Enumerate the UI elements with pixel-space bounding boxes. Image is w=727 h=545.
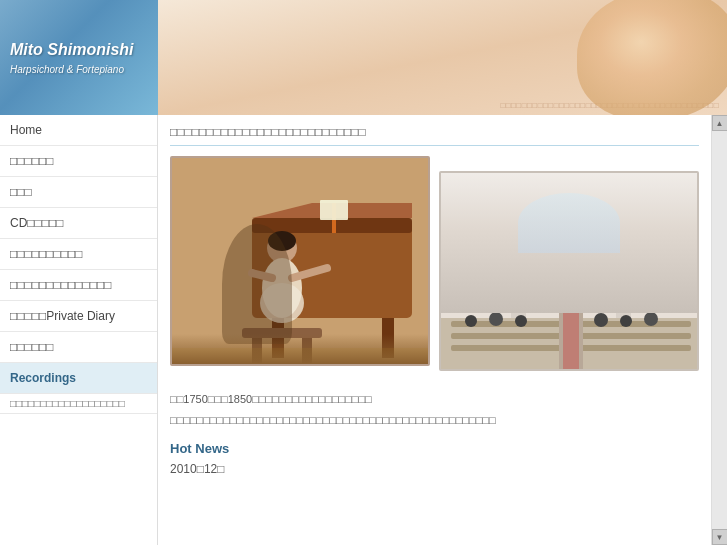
header-banner: □□□□□□□□□□□□□□□□□□□□□□□□□□□□□□□□□□□□□□□□… (158, 0, 727, 115)
svg-rect-28 (551, 228, 591, 233)
svg-point-41 (489, 312, 503, 326)
sidebar-item-recordings[interactable]: Recordings (0, 363, 157, 394)
site-subtitle: Harpsichord & Fortepiano (10, 64, 148, 75)
svg-rect-3 (272, 318, 284, 358)
svg-point-49 (494, 263, 508, 283)
svg-rect-23 (553, 218, 589, 248)
description-line-2: □□□□□□□□□□□□□□□□□□□□□□□□□□□□□□□□□□□□□□□□… (170, 412, 699, 430)
svg-rect-4 (382, 318, 394, 358)
svg-point-45 (644, 312, 658, 326)
content-description: □□1750□□□1850□□□□□□□□□□□□□□□□□□ □□□□□□□□… (170, 391, 699, 429)
svg-point-9 (268, 231, 296, 251)
sidebar-item-nav3[interactable]: CD□□□□□ (0, 208, 157, 239)
header: Mito Shimonishi Harpsichord & Fortepiano… (0, 0, 727, 115)
svg-point-11 (260, 283, 304, 323)
svg-point-40 (465, 315, 477, 327)
svg-rect-16 (302, 338, 312, 363)
svg-rect-38 (451, 345, 561, 351)
svg-point-20 (471, 193, 511, 253)
sidebar-item-nav2[interactable]: □□□ (0, 177, 157, 208)
sidebar-item-nav7[interactable]: □□□□□□ (0, 332, 157, 363)
svg-rect-15 (252, 338, 262, 363)
svg-rect-21 (471, 223, 511, 258)
piano-image (170, 156, 430, 366)
sidebar-item-nav6[interactable]: □□□□□Private Diary (0, 301, 157, 332)
sidebar-item-nav1[interactable]: □□□□□□ (0, 146, 157, 177)
scroll-down-button[interactable]: ▼ (712, 529, 728, 545)
svg-rect-48 (496, 273, 506, 308)
svg-point-24 (631, 193, 671, 253)
svg-rect-29 (561, 218, 581, 233)
sidebar-item-nav5[interactable]: □□□□□□□□□□□□□□ (0, 270, 157, 301)
svg-rect-7 (320, 200, 348, 220)
content-title: □□□□□□□□□□□□□□□□□□□□□□□□□□□ (170, 125, 699, 146)
hot-news-heading: Hot News (170, 441, 699, 456)
content-area: □□□□□□□□□□□□□□□□□□□□□□□□□□□ (158, 115, 711, 545)
svg-point-30 (556, 210, 586, 226)
svg-line-13 (252, 273, 272, 278)
svg-point-42 (515, 315, 527, 327)
svg-rect-50 (636, 273, 646, 308)
svg-point-22 (553, 190, 589, 246)
description-line-1: □□1750□□□1850□□□□□□□□□□□□□□□□□□ (170, 391, 699, 409)
news-date: 2010□12□ (170, 462, 699, 476)
scroll-track[interactable] (712, 131, 727, 529)
svg-point-51 (634, 263, 648, 283)
header-decoration-text: □□□□□□□□□□□□□□□□□□□□□□□□□□□□□□□□□□□□□□□□… (500, 101, 719, 110)
svg-rect-37 (581, 333, 691, 339)
sidebar-item-subnav[interactable]: □□□□□□□□□□□□□□□□□□□ (0, 394, 157, 414)
svg-rect-26 (531, 243, 611, 303)
svg-rect-19 (441, 173, 699, 263)
svg-rect-14 (242, 328, 322, 338)
svg-rect-27 (541, 233, 601, 303)
site-title: Mito Shimonishi (10, 40, 148, 61)
svg-rect-31 (511, 233, 526, 323)
sidebar-item-nav4[interactable]: □□□□□□□□□□ (0, 239, 157, 270)
svg-point-44 (620, 315, 632, 327)
svg-rect-17 (172, 348, 430, 366)
svg-point-43 (594, 313, 608, 327)
header-brand: Mito Shimonishi Harpsichord & Fortepiano (0, 0, 158, 115)
content-images (170, 156, 699, 376)
scrollbar[interactable]: ▲ ▼ (711, 115, 727, 545)
svg-rect-32 (616, 233, 631, 323)
svg-rect-39 (581, 345, 691, 351)
svg-rect-36 (451, 333, 561, 339)
svg-rect-25 (631, 223, 671, 258)
main-container: Home □□□□□□ □□□ CD□□□□□ □□□□□□□□□□ □□□□□… (0, 115, 727, 545)
church-image (439, 171, 699, 371)
sidebar: Home □□□□□□ □□□ CD□□□□□ □□□□□□□□□□ □□□□□… (0, 115, 158, 545)
sidebar-item-home[interactable]: Home (0, 115, 157, 146)
svg-rect-47 (563, 303, 579, 371)
scroll-up-button[interactable]: ▲ (712, 115, 728, 131)
